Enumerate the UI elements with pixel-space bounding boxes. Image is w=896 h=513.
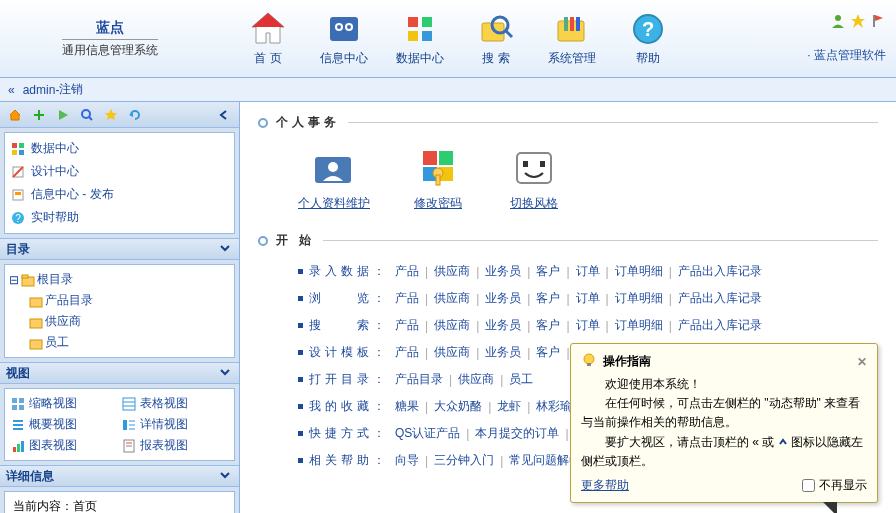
tree-products[interactable]: 产品目录: [9, 290, 230, 311]
link[interactable]: 糖果: [395, 398, 419, 415]
svg-rect-47: [19, 398, 24, 403]
nav-help[interactable]: ? 帮助: [610, 6, 686, 71]
link[interactable]: 产品出入库记录: [678, 317, 762, 334]
link[interactable]: 林彩瑜: [536, 398, 572, 415]
card-password[interactable]: 修改密码: [410, 145, 466, 212]
tool-add[interactable]: [28, 105, 50, 125]
collapse-icon[interactable]: [219, 242, 233, 256]
quick-links: 数据中心 设计中心 信息中心 - 发布 ?实时帮助: [4, 132, 235, 234]
view-table[interactable]: 表格视图: [122, 395, 229, 412]
svg-rect-73: [436, 175, 440, 185]
quick-data[interactable]: 数据中心: [11, 137, 228, 160]
user-icon[interactable]: [830, 13, 846, 29]
link[interactable]: 产品目录: [395, 371, 443, 388]
home-icon: [248, 10, 288, 48]
catalog-title: 目录: [0, 238, 239, 260]
link[interactable]: 客户: [536, 263, 560, 280]
link[interactable]: 客户: [536, 317, 560, 334]
svg-rect-44: [30, 319, 42, 328]
link[interactable]: 供应商: [434, 263, 470, 280]
link[interactable]: 客户: [536, 290, 560, 307]
tree-suppliers[interactable]: 供应商: [9, 311, 230, 332]
header-right: · 蓝点管理软件: [807, 13, 886, 64]
tool-search[interactable]: [76, 105, 98, 125]
link[interactable]: 产品出入库记录: [678, 290, 762, 307]
tree-root[interactable]: ⊟根目录: [9, 269, 230, 290]
link[interactable]: 订单明细: [615, 317, 663, 334]
link[interactable]: 员工: [509, 371, 533, 388]
link[interactable]: 龙虾: [497, 398, 521, 415]
close-icon[interactable]: ✕: [857, 355, 867, 369]
link[interactable]: 产品: [395, 317, 419, 334]
nav-info[interactable]: 信息中心: [306, 6, 382, 71]
quick-help[interactable]: ?实时帮助: [11, 206, 228, 229]
link[interactable]: 三分钟入门: [434, 452, 494, 469]
section-start: 开 始: [258, 232, 878, 249]
svg-rect-17: [576, 17, 580, 31]
quick-design[interactable]: 设计中心: [11, 160, 228, 183]
link[interactable]: 订单: [576, 317, 600, 334]
link[interactable]: 业务员: [485, 317, 521, 334]
collapse-icon[interactable]: [219, 469, 233, 483]
nav-system[interactable]: 系统管理: [534, 6, 610, 71]
view-report[interactable]: 报表视图: [122, 437, 229, 454]
svg-rect-78: [587, 363, 591, 366]
link[interactable]: 供应商: [434, 317, 470, 334]
tool-collapse[interactable]: [213, 105, 235, 125]
logout-link[interactable]: 注销: [59, 81, 83, 98]
breadcrumb: « admin - 注销: [0, 78, 896, 102]
link[interactable]: 产品: [395, 290, 419, 307]
user-name[interactable]: admin: [23, 83, 56, 97]
link[interactable]: 订单明细: [615, 290, 663, 307]
nav-data[interactable]: 数据中心: [382, 6, 458, 71]
link[interactable]: 业务员: [485, 263, 521, 280]
view-chart[interactable]: 图表视图: [11, 437, 118, 454]
link[interactable]: 供应商: [434, 290, 470, 307]
link[interactable]: 供应商: [458, 371, 494, 388]
tool-star[interactable]: [100, 105, 122, 125]
link[interactable]: 产品: [395, 263, 419, 280]
tooltip: 操作指南 ✕ 欢迎使用本系统！ 在任何时候，可点击左侧栏的 "动态帮助" 来查看…: [570, 343, 878, 503]
nav-search[interactable]: 搜 索: [458, 6, 534, 71]
bullet-icon: [258, 118, 268, 128]
link[interactable]: 产品出入库记录: [678, 263, 762, 280]
svg-marker-38: [15, 192, 21, 195]
header-link[interactable]: · 蓝点管理软件: [807, 48, 886, 62]
svg-rect-68: [423, 151, 437, 165]
link[interactable]: 订单: [576, 290, 600, 307]
tool-play[interactable]: [52, 105, 74, 125]
link[interactable]: 业务员: [485, 290, 521, 307]
section-personal: 个人事务: [258, 114, 878, 131]
card-theme[interactable]: 切换风格: [506, 145, 562, 212]
more-help-link[interactable]: 更多帮助: [581, 477, 629, 494]
link[interactable]: 业务员: [485, 344, 521, 361]
view-summary[interactable]: 概要视图: [11, 416, 118, 433]
link[interactable]: 供应商: [434, 344, 470, 361]
link[interactable]: 向导: [395, 452, 419, 469]
link[interactable]: 本月提交的订单: [475, 425, 559, 442]
card-profile[interactable]: 个人资料维护: [298, 145, 370, 212]
view-thumb[interactable]: 缩略视图: [11, 395, 118, 412]
link[interactable]: QS认证产品: [395, 425, 460, 442]
link[interactable]: 订单: [576, 263, 600, 280]
svg-rect-9: [408, 31, 418, 41]
tree-staff[interactable]: 员工: [9, 332, 230, 353]
svg-point-20: [835, 15, 841, 21]
svg-text:?: ?: [642, 18, 654, 40]
dont-show-checkbox[interactable]: 不再显示: [802, 477, 867, 494]
nav-home[interactable]: 首 页: [230, 6, 306, 71]
link[interactable]: 客户: [536, 344, 560, 361]
collapse-arrow[interactable]: «: [8, 83, 15, 97]
view-detail[interactable]: 详情视图: [122, 416, 229, 433]
collapse-icon[interactable]: [219, 366, 233, 380]
data-icon: [400, 10, 440, 48]
link[interactable]: 订单明细: [615, 263, 663, 280]
flag-icon[interactable]: [870, 13, 886, 29]
tool-home[interactable]: [4, 105, 26, 125]
star-icon[interactable]: [850, 13, 866, 29]
quick-info[interactable]: 信息中心 - 发布: [11, 183, 228, 206]
svg-point-5: [337, 25, 341, 29]
link[interactable]: 大众奶酪: [434, 398, 482, 415]
tool-refresh[interactable]: [124, 105, 146, 125]
link[interactable]: 产品: [395, 344, 419, 361]
